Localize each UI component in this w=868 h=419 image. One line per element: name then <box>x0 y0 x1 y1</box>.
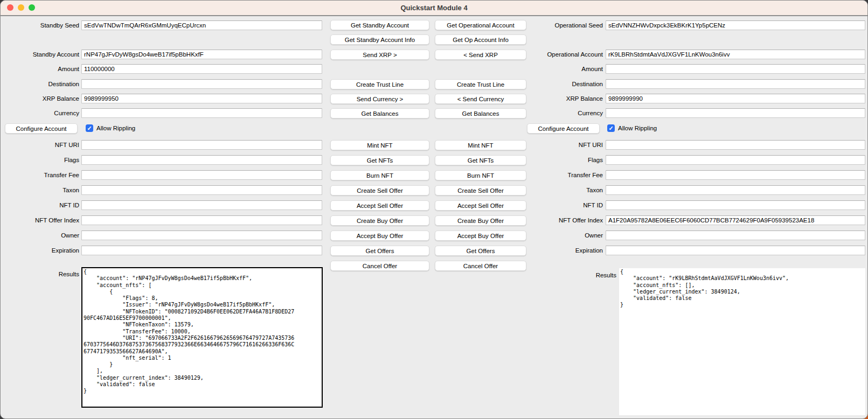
standby-allow-rippling-checkbox[interactable]: ✓ <box>86 124 93 132</box>
standby-standby-seed-input[interactable] <box>81 20 322 30</box>
operational-create-buy-offer-button[interactable]: Create Buy Offer <box>435 215 526 226</box>
operational-allow-rippling-label: Allow Rippling <box>618 124 657 134</box>
standby-owner-input[interactable] <box>81 231 322 240</box>
window-title: Quickstart Module 4 <box>1 4 867 12</box>
standby-get-standby-account-button[interactable]: Get Standby Account <box>330 20 429 30</box>
standby-get-standby-account-info-button[interactable]: Get Standby Account Info <box>330 34 429 45</box>
standby-taxon-input[interactable] <box>81 185 322 195</box>
operational-amount-input[interactable] <box>606 64 865 74</box>
operational-results-label: Results <box>537 270 616 280</box>
operational-get-operational-account-button[interactable]: Get Operational Account <box>435 20 526 30</box>
standby-nft-offer-index-input[interactable] <box>81 215 322 225</box>
standby-xrp-balance-input[interactable] <box>81 94 322 103</box>
checkmark-icon: ✓ <box>86 124 93 132</box>
operational-operational-account-input[interactable] <box>606 50 865 59</box>
operational-expiration-label: Expiration <box>521 246 603 255</box>
operational-currency-input[interactable] <box>606 108 865 118</box>
standby-cancel-offer-button[interactable]: Cancel Offer <box>330 261 429 271</box>
standby-allow-rippling-label: Allow Rippling <box>96 124 135 134</box>
titlebar[interactable]: Quickstart Module 4 <box>1 1 867 16</box>
operational-allow-rippling-checkbox[interactable]: ✓ <box>607 124 615 132</box>
standby-expiration-label: Expiration <box>1 246 79 255</box>
operational-nft-offer-index-input[interactable] <box>606 215 865 225</box>
standby-amount-input[interactable] <box>81 64 322 74</box>
standby-configure-account-button[interactable]: Configure Account <box>5 123 78 134</box>
standby-nft-uri-label: NFT URI <box>1 140 79 150</box>
standby-send-currency-button[interactable]: Send Currency > <box>330 94 429 104</box>
operational-nft-id-input[interactable] <box>606 200 865 210</box>
standby-flags-label: Flags <box>1 155 79 165</box>
operational-owner-input[interactable] <box>606 231 865 240</box>
operational-cancel-offer-button[interactable]: Cancel Offer <box>435 261 526 271</box>
operational-operational-seed-label: Operational Seed <box>521 20 603 30</box>
operational-send-currency-button[interactable]: < Send Currency <box>435 94 526 104</box>
standby-transfer-fee-label: Transfer Fee <box>1 170 79 180</box>
operational-flags-input[interactable] <box>606 155 865 165</box>
operational-xrp-balance-label: XRP Balance <box>521 94 603 103</box>
operational-destination-label: Destination <box>521 79 603 89</box>
operational-nft-offer-index-label: NFT Offer Index <box>521 215 603 225</box>
operational-expiration-input[interactable] <box>606 246 865 255</box>
operational-burn-nft-button[interactable]: Burn NFT <box>435 170 526 180</box>
standby-get-offers-button[interactable]: Get Offers <box>330 246 429 256</box>
standby-transfer-fee-input[interactable] <box>81 170 322 180</box>
checkmark-icon: ✓ <box>607 124 615 132</box>
operational-operational-account-label: Operational Account <box>521 50 603 59</box>
standby-destination-label: Destination <box>1 79 79 89</box>
operational-get-offers-button[interactable]: Get Offers <box>435 246 526 256</box>
operational-create-sell-offer-button[interactable]: Create Sell Offer <box>435 185 526 195</box>
standby-standby-seed-label: Standby Seed <box>1 20 79 30</box>
operational-nft-uri-input[interactable] <box>606 140 865 150</box>
operational-get-nfts-button[interactable]: Get NFTs <box>435 155 526 165</box>
standby-create-trust-line-button[interactable]: Create Trust Line <box>330 79 429 89</box>
operational-get-balances-button[interactable]: Get Balances <box>435 108 526 118</box>
screen: Quickstart Module 4 Configure Account ✓ … <box>0 0 868 419</box>
operational-owner-label: Owner <box>521 231 603 240</box>
operational-accept-sell-offer-button[interactable]: Accept Sell Offer <box>435 200 526 211</box>
standby-get-balances-button[interactable]: Get Balances <box>330 108 429 118</box>
operational-configure-account-button[interactable]: Configure Account <box>527 123 600 134</box>
standby-destination-input[interactable] <box>81 79 322 89</box>
operational-create-trust-line-button[interactable]: Create Trust Line <box>435 79 526 89</box>
quickstart-window: Quickstart Module 4 Configure Account ✓ … <box>0 0 868 419</box>
standby-expiration-input[interactable] <box>81 246 322 255</box>
standby-flags-input[interactable] <box>81 155 322 165</box>
standby-accept-sell-offer-button[interactable]: Accept Sell Offer <box>330 200 429 211</box>
standby-results-text[interactable]: { "account": "rNP47gJFvDyW8gsDo4weB17if5… <box>81 267 323 408</box>
operational-destination-input[interactable] <box>606 79 865 89</box>
operational-mint-nft-button[interactable]: Mint NFT <box>435 140 526 150</box>
standby-currency-label: Currency <box>1 108 79 118</box>
standby-xrp-balance-label: XRP Balance <box>1 94 79 103</box>
operational-transfer-fee-input[interactable] <box>606 170 865 180</box>
operational-nft-uri-label: NFT URI <box>521 140 603 150</box>
operational-taxon-label: Taxon <box>521 185 603 195</box>
standby-taxon-label: Taxon <box>1 185 79 195</box>
standby-accept-buy-offer-button[interactable]: Accept Buy Offer <box>330 231 429 241</box>
standby-nft-uri-input[interactable] <box>81 140 322 150</box>
standby-burn-nft-button[interactable]: Burn NFT <box>330 170 429 180</box>
standby-currency-input[interactable] <box>81 108 322 118</box>
standby-mint-nft-button[interactable]: Mint NFT <box>330 140 429 150</box>
standby-get-nfts-button[interactable]: Get NFTs <box>330 155 429 165</box>
operational-xrp-balance-input[interactable] <box>606 94 865 103</box>
standby-results-label: Results <box>1 269 79 279</box>
standby-nft-id-label: NFT ID <box>1 200 79 210</box>
standby-standby-account-input[interactable] <box>81 50 322 59</box>
operational-results-text[interactable]: { "account": "rK9LBRhStdmtAaVdJXGVF1LnKW… <box>619 268 865 415</box>
standby-create-sell-offer-button[interactable]: Create Sell Offer <box>330 185 429 195</box>
operational-taxon-input[interactable] <box>606 185 865 195</box>
operational-operational-seed-input[interactable] <box>606 20 865 30</box>
operational-nft-id-label: NFT ID <box>521 200 603 210</box>
operational-accept-buy-offer-button[interactable]: Accept Buy Offer <box>435 231 526 241</box>
standby-owner-label: Owner <box>1 231 79 240</box>
operational-amount-label: Amount <box>521 64 603 74</box>
standby-amount-label: Amount <box>1 64 79 74</box>
operational-send-xrp-button[interactable]: < Send XRP <box>435 50 526 60</box>
standby-nft-id-input[interactable] <box>81 200 322 210</box>
standby-create-buy-offer-button[interactable]: Create Buy Offer <box>330 215 429 226</box>
standby-send-xrp-button[interactable]: Send XRP > <box>330 50 429 60</box>
operational-transfer-fee-label: Transfer Fee <box>521 170 603 180</box>
standby-standby-account-label: Standby Account <box>1 50 79 59</box>
operational-flags-label: Flags <box>521 155 603 165</box>
operational-get-op-account-info-button[interactable]: Get Op Account Info <box>435 34 526 45</box>
